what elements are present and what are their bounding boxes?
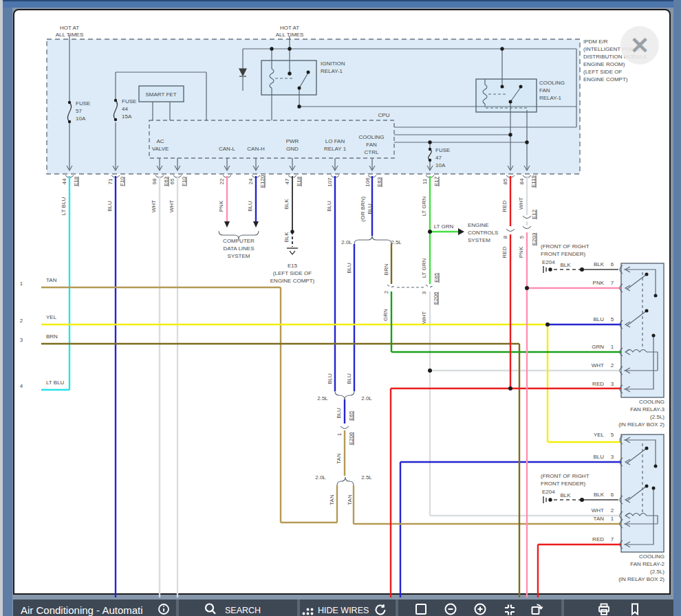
wire-color-wht3: WHT	[518, 197, 524, 210]
out-cfctrl-l3: CTRL	[365, 149, 379, 155]
wire-color-grn: GRN	[382, 309, 389, 321]
conn-f10b: F10	[181, 177, 187, 186]
r2-pin-red: RED	[592, 536, 604, 542]
out-pwr-l1: PWR	[286, 138, 299, 144]
wires-red	[391, 176, 621, 597]
wire-color-wht4: WHT	[421, 311, 427, 324]
e204b-wire: BLK	[560, 492, 570, 498]
left-wire-1-num: 1	[20, 280, 23, 287]
r3-pin-blk-n: 6	[611, 261, 614, 267]
zoom-in-icon[interactable]	[473, 602, 487, 616]
r2-cap-1: COOLING	[639, 553, 664, 560]
wire-color-blu7: BLU	[346, 373, 352, 384]
window-top-bar	[0, 0, 681, 8]
r3-cap-2: FAN RELAY-3	[630, 406, 664, 412]
ec-l1: ENGINE	[468, 222, 489, 228]
fan-relay1-l3: RELAY-1	[539, 95, 561, 101]
engine-size-braces	[219, 231, 391, 485]
out-pwr-l2: GND	[286, 146, 299, 152]
r3-pin-red-n: 3	[611, 381, 614, 387]
r2-cap-3: (2.5L)	[650, 569, 664, 575]
conn-e18b: E18	[296, 177, 302, 186]
ec-l3: SYSTEM	[468, 237, 490, 243]
close-button[interactable]: ✕	[620, 26, 659, 65]
conn-e18: E18	[73, 177, 79, 186]
left-wire-1-color: TAN	[46, 277, 56, 283]
hot-at-2: HOT AT	[280, 25, 299, 31]
conn-e12: E12	[531, 210, 537, 219]
ignition-relay-l2: RELAY-1	[321, 68, 343, 74]
fan-relay1-l2: FAN	[539, 87, 550, 94]
e15-l2: (LEFT SIDE OF	[273, 270, 312, 276]
zoom-out-icon[interactable]	[444, 602, 457, 616]
e204b-l2: FRONT FENDER)	[541, 481, 585, 487]
search-icon[interactable]	[204, 602, 217, 616]
wire-color-ltgrn1: LT GRN	[421, 197, 427, 217]
fuse57-l1: FUSE	[76, 100, 90, 107]
fit-page-icon[interactable]	[414, 602, 428, 616]
cds-l2: DATA LINES	[223, 245, 254, 252]
refresh-icon[interactable]	[374, 603, 387, 616]
bookmark-icon[interactable]	[628, 602, 642, 616]
conn-e65a: E65	[433, 273, 440, 283]
out-ac-l1: AC	[156, 138, 164, 144]
search-label: SEARCH	[225, 606, 261, 615]
pin-num-1: 1	[336, 433, 343, 436]
diagram-title: Air Conditioning - Automati	[21, 604, 143, 616]
wire-color-blu3: BLU	[326, 201, 332, 212]
conn-e203: E203	[531, 233, 537, 246]
print-icon[interactable]	[597, 602, 611, 616]
r2-pin-blu-n: 3	[611, 454, 614, 460]
r2-cap-2: FAN RELAY-2	[630, 561, 664, 567]
wire-color-blu2: BLU	[247, 201, 253, 212]
pin-num-84: 84	[519, 179, 525, 185]
pin-num-65: 65	[169, 179, 175, 185]
wire-color-blu6: BLU	[327, 373, 333, 384]
r3-pin-blu: BLU	[593, 316, 604, 322]
r3-pin-red: RED	[592, 381, 604, 387]
ipdm-label-6: ENGINE COMPT)	[583, 76, 627, 82]
fit-width-icon[interactable]	[503, 603, 517, 616]
ignition-relay-l1: IGNITION	[321, 60, 345, 67]
fuse47-l3: 10A	[435, 162, 445, 168]
hot-at-2b: ALL TIMES	[276, 32, 303, 38]
pin-num-107: 107	[327, 177, 333, 186]
r2-pin-blk: BLK	[594, 492, 604, 498]
r3-pin-grn: GRN	[592, 344, 604, 350]
e204b-l1: (FRONT OF RIGHT	[541, 473, 590, 479]
fuse57-l3: 10A	[76, 116, 85, 122]
r2-pin-tan-n: 1	[611, 516, 614, 522]
r3-cap-3: (2.5L)	[650, 414, 664, 420]
r3-pin-blk: BLK	[594, 261, 604, 267]
hide-wires-icon[interactable]	[301, 603, 315, 616]
brace2-right: 2.0L	[361, 395, 372, 402]
window-left-strip	[3, 0, 12, 616]
ipdm-label-1: IPDM E/R	[583, 38, 608, 45]
ec-l2: CONTROLS	[468, 230, 498, 236]
r2-pin-tan: TAN	[594, 516, 604, 522]
diagram-canvas[interactable]	[0, 0, 681, 616]
wire-color-blu1: BLU	[107, 201, 113, 212]
fuse44-l2: 44	[122, 106, 128, 112]
brace2-left: 2.5L	[317, 395, 328, 402]
cpu-label: CPU	[378, 112, 390, 118]
r2-pin-yel: YEL	[594, 432, 604, 438]
brace3-right: 2.5L	[361, 474, 372, 481]
pin-num-24: 24	[248, 179, 254, 185]
wire-color-blu5: BLU	[346, 263, 352, 274]
info-icon[interactable]	[157, 602, 171, 616]
pin-num-8: 8	[502, 236, 508, 239]
wire-color-ltgrn2: LT GRN	[421, 258, 427, 278]
reset-view-icon[interactable]	[530, 602, 543, 616]
e204a-l3: E204	[542, 259, 555, 265]
conn-e17: E17	[433, 177, 440, 186]
brace3-left: 2.0L	[315, 474, 326, 481]
conn-e120: E120	[259, 175, 266, 188]
conn-e65b: E65	[348, 411, 354, 421]
wire-color-red1: RED	[501, 201, 508, 212]
e15-l3: ENGINE COMPT)	[270, 278, 314, 284]
ec-wire-label: LT GRN	[434, 223, 454, 230]
window-right-strip	[673, 0, 681, 616]
r2-cap-4: (IN RELAY BOX 2)	[618, 576, 664, 582]
fuse47-l2: 47	[435, 155, 442, 161]
